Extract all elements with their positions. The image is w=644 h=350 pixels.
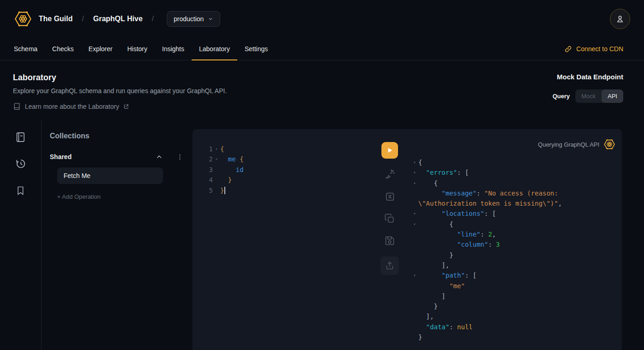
response-json[interactable]: ▾{▾ "errors": [▾ { "message": "No access… xyxy=(411,157,615,342)
code-text: id xyxy=(220,165,244,175)
query-editor[interactable]: 1▾{2▾ me {3 id4 }5} xyxy=(193,129,374,350)
user-avatar[interactable] xyxy=(610,9,630,29)
page-head: Laboratory Explore your GraphQL schema a… xyxy=(0,60,644,110)
response-line: "data": null xyxy=(411,322,615,332)
share-operation-button[interactable] xyxy=(381,256,399,275)
collections-panel: Collections Shared Fetch Me + Add Operat… xyxy=(41,121,193,350)
response-line: "line": 2, xyxy=(411,229,615,239)
save-operation-button[interactable] xyxy=(383,234,396,247)
tab-settings[interactable]: Settings xyxy=(237,38,275,60)
fold-gutter xyxy=(411,198,418,208)
tab-history[interactable]: History xyxy=(120,38,155,60)
line-number: 2 xyxy=(193,154,213,164)
query-line: 3 id xyxy=(193,165,374,175)
learn-more-label: Learn more about the Laboratory xyxy=(25,103,119,110)
prettify-icon xyxy=(384,168,396,180)
line-number: 3 xyxy=(193,165,213,175)
prettify-button[interactable] xyxy=(383,168,396,181)
page-head-left: Laboratory Explore your GraphQL schema a… xyxy=(13,73,227,110)
main-nav: SchemaChecksExplorerHistoryInsightsLabor… xyxy=(0,38,644,60)
external-link-icon xyxy=(123,104,129,109)
response-line: \"Authorization token is missing\")", xyxy=(411,198,615,208)
toggle-option-mock[interactable]: Mock xyxy=(575,89,602,103)
response-line: ], xyxy=(411,311,615,321)
breadcrumb-separator: / xyxy=(82,15,84,23)
code-text: { xyxy=(418,178,438,188)
brand: The Guild / GraphQL Hive / production xyxy=(14,10,220,28)
response-line: ] xyxy=(411,291,615,301)
fold-toggle-icon[interactable]: ▾ xyxy=(411,167,418,178)
code-text: "line": 2, xyxy=(418,229,496,239)
tab-schema[interactable]: Schema xyxy=(6,38,45,60)
learn-more-link[interactable]: Learn more about the Laboratory xyxy=(13,102,227,110)
tab-checks[interactable]: Checks xyxy=(45,38,81,60)
code-text: "message": "No access (reason: xyxy=(418,188,558,198)
project-name[interactable]: GraphQL Hive xyxy=(93,15,142,23)
fold-toggle-icon[interactable]: ▾ xyxy=(411,178,418,188)
share-icon xyxy=(385,261,395,271)
line-number: 4 xyxy=(193,175,213,185)
code-text: } xyxy=(220,175,232,185)
query-line: 4 } xyxy=(193,175,374,185)
org-name[interactable]: The Guild xyxy=(39,15,73,23)
shared-group-row: Shared xyxy=(50,153,183,160)
tab-explorer[interactable]: Explorer xyxy=(81,38,120,60)
kebab-menu-icon[interactable] xyxy=(176,154,183,160)
fold-toggle-icon[interactable]: ▾ xyxy=(411,219,418,229)
play-icon xyxy=(386,147,393,154)
docs-plugin-button[interactable] xyxy=(15,131,27,143)
response-header: Querying GraphQL API xyxy=(411,138,615,150)
fold-toggle-icon[interactable]: ▾ xyxy=(213,144,220,154)
target-selector-button[interactable]: production xyxy=(167,11,220,27)
hive-logo-icon[interactable] xyxy=(14,10,32,28)
hive-logo-icon xyxy=(603,138,615,150)
response-status-label: Querying GraphQL API xyxy=(538,141,599,148)
text-cursor xyxy=(224,187,225,194)
shared-group-label[interactable]: Shared xyxy=(50,153,156,160)
copy-query-button[interactable] xyxy=(383,212,396,225)
copy-icon xyxy=(384,213,395,224)
collections-plugin-button[interactable] xyxy=(15,184,27,196)
line-number: 5 xyxy=(193,185,213,196)
execute-query-button[interactable] xyxy=(381,142,398,159)
collections-title: Collections xyxy=(50,132,183,140)
code-text: { xyxy=(418,219,453,229)
code-text: } xyxy=(418,250,453,260)
response-line: ▾ "path": [ xyxy=(411,270,615,280)
response-line: ▾ { xyxy=(411,178,615,188)
fold-toggle-icon[interactable]: ▾ xyxy=(213,154,220,164)
add-operation-button[interactable]: + Add Operation xyxy=(57,193,183,200)
merge-icon xyxy=(384,191,396,202)
connect-to-cdn-link[interactable]: Connect to CDN xyxy=(564,38,623,60)
fold-gutter xyxy=(213,175,220,185)
page-title: Laboratory xyxy=(13,73,227,83)
code-text: "locations": [ xyxy=(418,208,496,219)
merge-fragments-button[interactable] xyxy=(383,190,396,203)
fold-toggle-icon[interactable]: ▾ xyxy=(411,157,418,167)
fold-toggle-icon[interactable]: ▾ xyxy=(411,270,418,280)
collection-item-fetch-me[interactable]: Fetch Me xyxy=(57,167,163,184)
code-text: "column": 3 xyxy=(418,239,500,249)
code-text: ], xyxy=(418,311,434,321)
response-line: } xyxy=(411,301,615,311)
tab-insights[interactable]: Insights xyxy=(155,38,192,60)
response-line: "message": "No access (reason: xyxy=(411,188,615,198)
query-label: Query xyxy=(552,93,570,100)
shared-group-actions xyxy=(156,154,183,160)
history-icon xyxy=(15,158,27,170)
fold-gutter xyxy=(411,301,418,311)
code-text: "errors": [ xyxy=(418,167,469,178)
toggle-option-api[interactable]: API xyxy=(602,89,623,103)
docs-icon xyxy=(15,131,26,143)
fold-toggle-icon[interactable]: ▾ xyxy=(411,208,418,219)
connect-to-cdn-label: Connect to CDN xyxy=(576,45,623,53)
breadcrumb-separator: / xyxy=(152,15,154,23)
mock-endpoint-title: Mock Data Endpoint xyxy=(557,73,623,81)
query-line: 2▾ me { xyxy=(193,154,374,164)
chevron-up-icon[interactable] xyxy=(156,154,163,160)
code-text: \"Authorization token is missing\")", xyxy=(418,198,562,208)
history-plugin-button[interactable] xyxy=(15,158,27,170)
fold-gutter xyxy=(213,165,220,175)
tab-laboratory[interactable]: Laboratory xyxy=(192,38,237,60)
app-header: The Guild / GraphQL Hive / production xyxy=(0,0,644,38)
